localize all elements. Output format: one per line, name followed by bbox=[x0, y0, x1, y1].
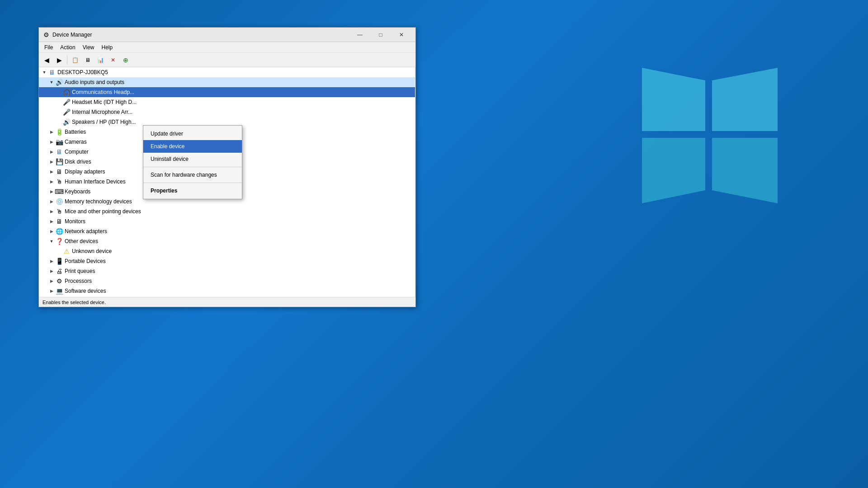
expand-audio: ▼ bbox=[48, 79, 55, 86]
software-label: Software devices bbox=[65, 288, 106, 294]
menu-view[interactable]: View bbox=[79, 43, 98, 52]
expand-memory: ▶ bbox=[48, 198, 55, 205]
headphone-icon: 🎧 bbox=[62, 88, 71, 96]
title-bar: ⚙ Device Manager — □ ✕ bbox=[39, 28, 415, 42]
unknown-label: Unknown device bbox=[72, 248, 112, 254]
expand-software: ▶ bbox=[48, 287, 55, 295]
forward-button[interactable]: ▶ bbox=[53, 54, 65, 66]
scan-button[interactable]: ⊕ bbox=[120, 54, 132, 66]
batteries-label: Batteries bbox=[65, 129, 86, 135]
expand-hid: ▶ bbox=[48, 178, 55, 185]
other-label: Other devices bbox=[65, 238, 98, 244]
context-menu: Update driver Enable device Uninstall de… bbox=[143, 125, 242, 199]
device-manager-window: ⚙ Device Manager — □ ✕ File Action View … bbox=[38, 27, 416, 307]
computer-label: Computer bbox=[65, 149, 89, 155]
cameras-label: Cameras bbox=[65, 139, 87, 145]
expand-disk: ▶ bbox=[48, 158, 55, 165]
window-controls: — □ ✕ bbox=[349, 28, 412, 42]
network-icon: 🌐 bbox=[55, 227, 63, 235]
computer-node-icon: 🖥 bbox=[55, 148, 63, 156]
window-icon: ⚙ bbox=[42, 31, 50, 38]
software-icon: 💻 bbox=[55, 287, 63, 295]
ctx-scan-hardware[interactable]: Scan for hardware changes bbox=[143, 169, 242, 181]
display-label: Display adapters bbox=[65, 169, 105, 175]
root-label: DESKTOP-JJ0BKQ5 bbox=[57, 69, 108, 75]
windows-logo bbox=[642, 68, 778, 203]
tree-software[interactable]: ▶ 💻 Software devices bbox=[39, 286, 415, 296]
memory-label: Memory technology devices bbox=[65, 198, 132, 205]
window-title: Device Manager bbox=[52, 32, 349, 38]
ctx-uninstall-device[interactable]: Uninstall device bbox=[143, 153, 242, 165]
tree-unknown-device[interactable]: ⚠ Unknown device bbox=[39, 246, 415, 256]
intmic-label: Internal Microphone Arr... bbox=[72, 109, 132, 115]
tree-mice[interactable]: ▶ 🖱 Mice and other pointing devices bbox=[39, 206, 415, 216]
headset-label: Headset Mic (IDT High D... bbox=[72, 99, 137, 105]
keyboards-label: Keyboards bbox=[65, 188, 90, 195]
expand-print: ▶ bbox=[48, 267, 55, 275]
expand-comm bbox=[55, 89, 62, 96]
tree-comm-headp[interactable]: 🎧 Communications Headp... bbox=[39, 87, 415, 97]
other-icon: ❓ bbox=[55, 237, 63, 245]
tree-audio[interactable]: ▼ 🔊 Audio inputs and outputs bbox=[39, 77, 415, 87]
tree-processors[interactable]: ▶ ⚙ Processors bbox=[39, 276, 415, 286]
computer-icon: 🖥 bbox=[48, 68, 56, 76]
display-icon: 🖥 bbox=[55, 168, 63, 176]
update-driver-button[interactable]: 🖥 bbox=[82, 54, 94, 66]
expand-speakers bbox=[55, 118, 62, 126]
menu-action[interactable]: Action bbox=[57, 43, 79, 52]
tree-print[interactable]: ▶ 🖨 Print queues bbox=[39, 266, 415, 276]
keyboards-icon: ⌨ bbox=[55, 188, 63, 196]
tree-monitors[interactable]: ▶ 🖥 Monitors bbox=[39, 216, 415, 226]
cameras-icon: 📷 bbox=[55, 138, 63, 146]
mice-icon: 🖱 bbox=[55, 207, 63, 216]
tree-other-devices[interactable]: ▼ ❓ Other devices bbox=[39, 236, 415, 246]
expand-headset bbox=[55, 99, 62, 106]
ctx-enable-device[interactable]: Enable device bbox=[143, 140, 242, 153]
status-bar: Enables the selected device. bbox=[39, 297, 415, 307]
ctx-properties[interactable]: Properties bbox=[143, 184, 242, 197]
toolbar-separator-1 bbox=[67, 56, 67, 65]
close-button[interactable]: ✕ bbox=[391, 28, 412, 42]
back-button[interactable]: ◀ bbox=[41, 54, 52, 66]
monitors-icon: 🖥 bbox=[55, 217, 63, 225]
tree-internal-mic[interactable]: 🎤 Internal Microphone Arr... bbox=[39, 107, 415, 117]
status-text: Enables the selected device. bbox=[42, 300, 106, 305]
print-label: Print queues bbox=[65, 268, 95, 274]
expand-processors: ▶ bbox=[48, 277, 55, 285]
audio-label: Audio inputs and outputs bbox=[65, 79, 124, 85]
print-icon: 🖨 bbox=[55, 267, 63, 275]
expand-other: ▼ bbox=[48, 238, 55, 245]
expand-network: ▶ bbox=[48, 228, 55, 235]
expand-computer: ▶ bbox=[48, 148, 55, 155]
ctx-sep-2 bbox=[143, 183, 242, 183]
batteries-icon: 🔋 bbox=[55, 128, 63, 136]
ctx-update-driver[interactable]: Update driver bbox=[143, 127, 242, 140]
show-hidden-button[interactable]: 📊 bbox=[94, 54, 106, 66]
menu-bar: File Action View Help bbox=[39, 42, 415, 53]
expand-root: ▼ bbox=[41, 69, 48, 76]
tree-headset-mic[interactable]: 🎤 Headset Mic (IDT High D... bbox=[39, 97, 415, 107]
menu-file[interactable]: File bbox=[41, 43, 57, 52]
minimize-button[interactable]: — bbox=[349, 28, 370, 42]
processors-icon: ⚙ bbox=[55, 277, 63, 285]
ctx-sep-1 bbox=[143, 167, 242, 167]
tree-portable[interactable]: ▶ 📱 Portable Devices bbox=[39, 256, 415, 266]
maximize-button[interactable]: □ bbox=[370, 28, 391, 42]
desktop: ⚙ Device Manager — □ ✕ File Action View … bbox=[0, 0, 868, 488]
speakers-icon: 🔊 bbox=[62, 118, 71, 126]
expand-display: ▶ bbox=[48, 168, 55, 175]
properties-button[interactable]: 📋 bbox=[69, 54, 81, 66]
uninstall-button[interactable]: ✕ bbox=[107, 54, 119, 66]
expand-portable: ▶ bbox=[48, 258, 55, 265]
expand-cameras: ▶ bbox=[48, 138, 55, 145]
disk-icon: 💾 bbox=[55, 158, 63, 166]
toolbar: ◀ ▶ 📋 🖥 📊 ✕ ⊕ bbox=[39, 53, 415, 67]
tree-sound[interactable]: ▶ 🎮 Sound, video and game controllers bbox=[39, 296, 415, 297]
hid-label: Human Interface Devices bbox=[65, 178, 126, 185]
expand-unknown bbox=[55, 248, 62, 255]
menu-help[interactable]: Help bbox=[98, 43, 117, 52]
mice-label: Mice and other pointing devices bbox=[65, 208, 141, 215]
network-label: Network adapters bbox=[65, 228, 107, 235]
tree-root[interactable]: ▼ 🖥 DESKTOP-JJ0BKQ5 bbox=[39, 67, 415, 77]
tree-network[interactable]: ▶ 🌐 Network adapters bbox=[39, 226, 415, 236]
